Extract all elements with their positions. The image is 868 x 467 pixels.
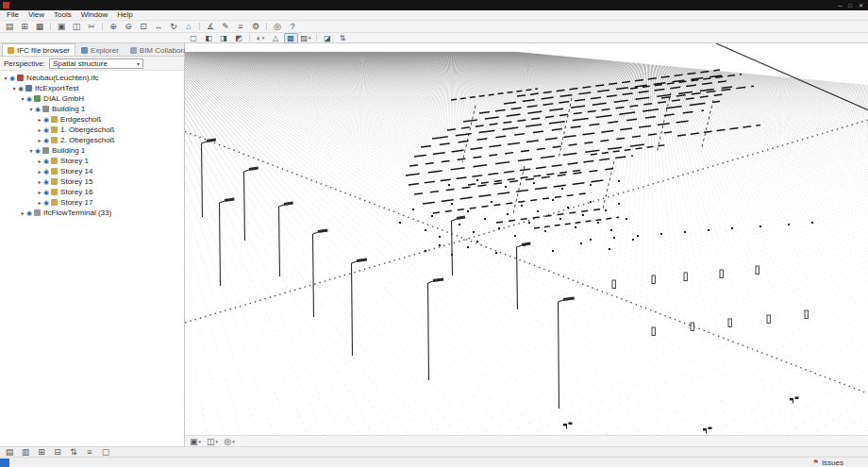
annotate-icon[interactable]: ✎ xyxy=(219,21,233,32)
minimize-button[interactable]: ─ xyxy=(838,3,842,8)
pan-icon[interactable]: ↔ xyxy=(152,21,166,32)
tree-row[interactable]: ▾◉DIAL GmbH xyxy=(0,93,184,104)
storey-icon xyxy=(51,158,58,164)
visibility-eye-icon[interactable]: ◉ xyxy=(26,209,32,217)
view-toolbar: ▢◧◨◩◐▾△▩▨▾◪⇅ xyxy=(0,33,868,43)
view-side-icon[interactable]: ◨ xyxy=(217,33,231,43)
maximize-button[interactable]: □ xyxy=(848,3,852,8)
visibility-eye-icon[interactable]: ◉ xyxy=(43,126,49,134)
tree-row[interactable]: ▸◉Storey 1 xyxy=(0,156,184,166)
home-view-icon[interactable]: ⌂ xyxy=(182,21,196,32)
visibility-eye-icon[interactable]: ◉ xyxy=(35,147,41,155)
settings-icon[interactable]: ⚙ xyxy=(249,21,263,32)
visibility-eye-icon[interactable]: ◉ xyxy=(9,75,15,82)
collapse-icon[interactable]: ▾ xyxy=(10,85,18,92)
dropdown-caret-icon: ▾ xyxy=(199,437,202,446)
tree-label: Storey 16 xyxy=(60,188,92,196)
grid-toggle-icon[interactable]: ▩ xyxy=(284,33,298,43)
tree-label: Building 1 xyxy=(52,105,85,113)
expand-icon[interactable]: ▸ xyxy=(36,168,43,175)
expand-icon[interactable]: ▸ xyxy=(36,116,43,123)
open-folder-icon[interactable]: ⊞ xyxy=(18,21,32,32)
collapse-icon[interactable]: ▾ xyxy=(19,95,26,102)
layers-icon[interactable]: ≡ xyxy=(234,21,248,32)
tree-row[interactable]: ▸◉IfcFlowTerminal (33) xyxy=(0,208,184,218)
expand-icon[interactable]: ▸ xyxy=(36,158,43,164)
background-icon[interactable]: ▨▾ xyxy=(299,33,313,43)
visibility-eye-icon[interactable]: ◉ xyxy=(35,106,41,113)
open-file-icon[interactable]: ▤ xyxy=(3,21,17,32)
orbit-icon[interactable]: ↻ xyxy=(167,21,181,32)
save-icon[interactable]: ▦ xyxy=(33,21,47,32)
menu-view[interactable]: View xyxy=(24,10,49,20)
expand-icon[interactable]: ▸ xyxy=(36,199,43,206)
visibility-eye-icon[interactable]: ◉ xyxy=(18,85,24,92)
tree-row[interactable]: ▸◉1. Obergeschoß xyxy=(0,125,184,135)
visibility-eye-icon[interactable]: ◉ xyxy=(43,137,49,144)
zoom-window-icon[interactable]: ⊡ xyxy=(137,21,151,32)
issues-button[interactable]: ⚑ Issues xyxy=(813,459,843,467)
tree-row[interactable]: ▾◉Building 1 xyxy=(0,145,184,156)
snapshot-icon[interactable]: ▣▾ xyxy=(189,436,203,447)
expand-icon[interactable]: ▸ xyxy=(19,209,26,216)
expand-icon[interactable]: ▸ xyxy=(36,178,43,185)
view-mode-icon[interactable]: ◫▾ xyxy=(206,436,220,447)
tree-label: Neubau(Leuchten).ifc xyxy=(26,74,99,82)
close-button[interactable]: ✕ xyxy=(859,3,863,8)
expand-icon[interactable]: ▸ xyxy=(36,137,43,143)
tree-row[interactable]: ▸◉Storey 16 xyxy=(0,187,184,197)
visibility-icon[interactable]: ◎▾ xyxy=(223,436,237,447)
tree-row[interactable]: ▸◉2. Obergeschoß xyxy=(0,135,184,145)
visibility-eye-icon[interactable]: ◉ xyxy=(43,116,49,124)
toolbar-separator xyxy=(316,34,317,42)
visibility-eye-icon[interactable]: ◉ xyxy=(43,178,49,186)
collapse-icon[interactable]: ▾ xyxy=(27,106,35,112)
tab-ifc-file-browser[interactable]: IFC file browser xyxy=(2,43,75,56)
tree-row[interactable]: ▾◉Building 1 xyxy=(0,104,184,114)
visibility-eye-icon[interactable]: ◉ xyxy=(43,168,49,175)
walk-mode-icon[interactable]: ⇅ xyxy=(336,33,350,43)
expand-icon[interactable]: ▸ xyxy=(36,126,43,133)
tree-row[interactable]: ▾◉Neubau(Leuchten).ifc xyxy=(0,73,184,83)
measure-icon[interactable]: ∡ xyxy=(204,21,218,32)
menu-file[interactable]: File xyxy=(2,10,24,20)
menu-help[interactable]: Help xyxy=(112,10,137,20)
visibility-eye-icon[interactable]: ◉ xyxy=(26,95,32,103)
view-iso-icon[interactable]: ◩ xyxy=(232,33,246,43)
tree-row[interactable]: ▸◉Storey 15 xyxy=(0,176,184,187)
collapse-icon[interactable]: ▾ xyxy=(2,75,9,81)
expand-icon[interactable]: ▸ xyxy=(36,189,43,195)
info-icon[interactable]: ◎ xyxy=(271,21,285,32)
zoom-in-icon[interactable]: ⊕ xyxy=(107,21,121,32)
tree-row[interactable]: ▸◉Erdgeschoß xyxy=(0,114,184,125)
perspective-select[interactable]: Spatial structure ▾ xyxy=(49,58,143,69)
shading-mode-icon[interactable]: ◐▾ xyxy=(254,33,268,43)
visibility-eye-icon[interactable]: ◉ xyxy=(43,158,49,165)
menu-tools[interactable]: Tools xyxy=(49,10,76,20)
visibility-eye-icon[interactable]: ◉ xyxy=(43,189,49,196)
tree-row[interactable]: ▸◉Storey 14 xyxy=(0,166,184,176)
tree-label: Building 1 xyxy=(52,146,85,155)
tree-row[interactable]: ▾◉IfcExportTest xyxy=(0,83,184,93)
copy-icon[interactable]: ◫ xyxy=(70,21,84,32)
dropdown-caret-icon: ▾ xyxy=(262,34,265,42)
tab-explorer[interactable]: Explorer xyxy=(75,43,125,56)
section-icon[interactable]: ◪ xyxy=(321,33,335,43)
3d-scene-canvas[interactable] xyxy=(185,43,868,435)
tree-row[interactable]: ▸◉Storey 17 xyxy=(0,197,184,208)
menu-window[interactable]: Window xyxy=(76,10,112,20)
toolbar-separator xyxy=(50,23,51,30)
collapse-icon[interactable]: ▾ xyxy=(27,147,35,154)
file-icon xyxy=(17,75,24,81)
view-top-icon[interactable]: ▢ xyxy=(187,33,201,43)
storey-icon xyxy=(51,126,58,133)
cut-icon[interactable]: ✂ xyxy=(85,21,99,32)
print-icon[interactable]: ▣ xyxy=(55,21,69,32)
zoom-out-icon[interactable]: ⊖ xyxy=(122,21,136,32)
visibility-eye-icon[interactable]: ◉ xyxy=(43,199,49,207)
viewport: ▣▾◫▾◎▾ xyxy=(185,43,868,446)
view-front-icon[interactable]: ◧ xyxy=(202,33,216,43)
help-icon[interactable]: ? xyxy=(286,21,300,32)
projection-icon[interactable]: △ xyxy=(269,33,283,43)
storey-icon xyxy=(51,168,58,175)
